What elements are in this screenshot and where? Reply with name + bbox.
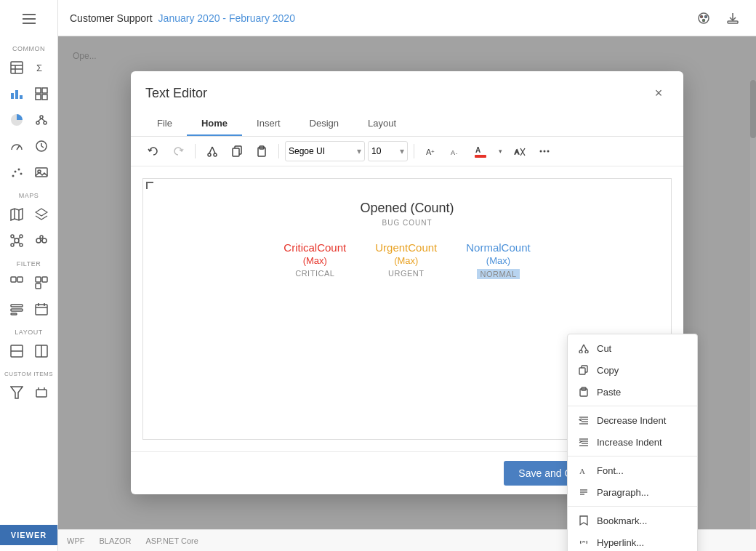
context-bookmark[interactable]: Bookmark... — [568, 510, 697, 531]
filter-list-icon[interactable] — [6, 298, 28, 320]
editor-body[interactable]: Opened (Count) BUG COUNT CriticalCount (… — [131, 166, 683, 451]
normal-title: NormalCount — [466, 241, 530, 254]
context-paragraph-label: Paragraph... — [597, 487, 649, 498]
top-bar: Customer Support January 2020 - February… — [58, 0, 756, 36]
viewer-button[interactable]: VIEWER — [0, 525, 57, 545]
context-paragraph[interactable]: Paragraph... — [568, 481, 697, 503]
chart-title: Opened (Count) — [360, 201, 454, 216]
palette-icon[interactable] — [692, 7, 715, 30]
context-cut-label: Cut — [597, 343, 611, 354]
svg-rect-9 — [42, 88, 47, 93]
table-icon[interactable] — [6, 57, 28, 79]
hamburger-menu[interactable] — [16, 6, 42, 32]
font-color-button[interactable]: A — [470, 141, 491, 161]
group-map-icon[interactable] — [31, 230, 52, 252]
clear-format-button[interactable]: A — [509, 141, 531, 161]
grid-icon[interactable] — [31, 83, 52, 105]
tab-insert[interactable]: Insert — [242, 112, 295, 136]
gauge-icon[interactable] — [6, 135, 28, 157]
svg-point-85 — [540, 150, 542, 153]
scatter-icon[interactable] — [6, 161, 28, 183]
svg-rect-52 — [36, 305, 47, 315]
context-divider-1 — [568, 406, 697, 406]
content-area: Ope... Text Editor × File Home Insert De… — [58, 36, 756, 529]
tab-file[interactable]: File — [142, 112, 187, 136]
context-cut[interactable]: Cut — [568, 337, 697, 359]
funnel-icon[interactable] — [6, 382, 28, 403]
context-paste-label: Paste — [597, 387, 621, 398]
tab-home[interactable]: Home — [187, 112, 242, 136]
network-icon[interactable] — [31, 109, 52, 131]
color-indicator — [475, 155, 486, 158]
svg-rect-11 — [42, 94, 47, 100]
bottom-bar-wpf: WPF — [67, 536, 84, 545]
toolbar-sep2 — [278, 144, 279, 158]
more-options-button[interactable] — [534, 141, 555, 161]
svg-point-66 — [705, 15, 707, 17]
critical-title: CriticalCount — [284, 241, 346, 254]
font-size-increase-button[interactable]: A+ — [420, 141, 442, 161]
map-layers-icon[interactable] — [31, 204, 52, 225]
modal-close-button[interactable]: × — [648, 83, 669, 103]
copy-button[interactable] — [226, 141, 248, 161]
font-dropdown-icon: ▾ — [357, 146, 361, 156]
context-copy[interactable]: Copy — [568, 359, 697, 381]
context-paste[interactable]: Paste — [568, 381, 697, 403]
svg-point-42 — [40, 236, 43, 238]
context-decrease-indent[interactable]: Decrease Indent — [568, 409, 697, 431]
color-dropdown-button[interactable]: ▾ — [494, 141, 506, 161]
cut-button[interactable] — [201, 141, 223, 161]
text-editor-modal: Text Editor × File Home Insert Design La… — [131, 71, 683, 494]
svg-text:A: A — [475, 146, 480, 154]
export-icon[interactable] — [721, 7, 744, 30]
cut-icon — [578, 342, 590, 354]
svg-point-65 — [701, 15, 703, 17]
svg-point-13 — [36, 121, 39, 124]
paste-button[interactable] — [251, 141, 273, 161]
layout-a-icon[interactable] — [6, 340, 28, 362]
sidebar-common-row3 — [0, 109, 57, 131]
filter-calendar-icon[interactable] — [31, 298, 52, 320]
node-map-icon[interactable] — [6, 230, 28, 252]
undo-button[interactable] — [142, 141, 164, 161]
tab-layout[interactable]: Layout — [353, 112, 411, 136]
tab-design[interactable]: Design — [295, 112, 353, 136]
redo-button[interactable] — [167, 141, 189, 161]
svg-rect-47 — [42, 277, 47, 282]
svg-line-36 — [14, 238, 15, 239]
image-icon[interactable] — [31, 161, 52, 183]
svg-point-22 — [14, 171, 16, 173]
svg-rect-7 — [20, 95, 23, 99]
svg-rect-0 — [11, 62, 23, 73]
font-size-decrease-button[interactable]: A- — [445, 141, 467, 161]
sidebar-common-row5 — [0, 161, 57, 183]
resize-handle[interactable] — [146, 182, 153, 189]
context-increase-indent[interactable]: Increase Indent — [568, 431, 697, 453]
svg-point-87 — [547, 150, 550, 153]
sigma-icon[interactable]: Σ — [31, 57, 52, 79]
svg-point-24 — [20, 173, 22, 175]
map-icon[interactable] — [6, 204, 28, 225]
svg-text:A: A — [579, 467, 585, 475]
font-selector[interactable]: Segoe UI ▾ — [285, 141, 365, 161]
sidebar-filter-row2 — [0, 298, 57, 320]
font-icon: A — [578, 464, 590, 476]
font-size-selector[interactable]: 10 ▾ — [368, 141, 408, 161]
pie-chart-icon[interactable] — [6, 109, 28, 131]
main-content: Customer Support January 2020 - February… — [58, 0, 756, 551]
sidebar-common-row2 — [0, 83, 57, 105]
svg-rect-5 — [11, 93, 14, 99]
svg-line-39 — [18, 242, 20, 244]
custom-b-icon[interactable] — [31, 382, 52, 403]
svg-point-67 — [703, 19, 705, 21]
layout-b-icon[interactable] — [31, 340, 52, 362]
increase-indent-icon — [578, 436, 590, 448]
svg-point-33 — [20, 235, 23, 238]
sidebar-layout-row — [0, 340, 57, 362]
filter-grid-icon[interactable] — [31, 272, 52, 294]
clock-icon[interactable] — [31, 135, 52, 157]
filter-image-icon[interactable] — [6, 272, 28, 294]
context-hyperlink[interactable]: Hyperlink... — [568, 531, 697, 551]
context-font[interactable]: A Font... — [568, 459, 697, 481]
bar-chart-icon[interactable] — [6, 83, 28, 105]
